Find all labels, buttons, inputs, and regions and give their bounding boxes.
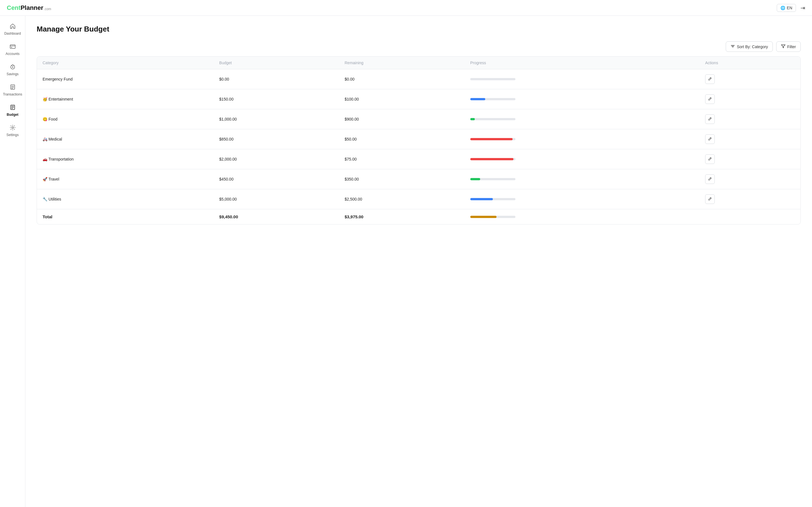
cell-category: 🚑 Medical bbox=[37, 129, 214, 149]
sidebar: Dashboard Accounts Savings bbox=[0, 16, 26, 507]
svg-point-5 bbox=[12, 127, 13, 128]
cell-budget: $5,000.00 bbox=[214, 189, 339, 209]
progress-bar-wrap bbox=[470, 98, 515, 100]
progress-bar-wrap bbox=[470, 78, 515, 80]
cell-budget: $0.00 bbox=[214, 69, 339, 89]
table-row: 😋 Food $1,000.00 $900.00 bbox=[37, 109, 801, 129]
cell-category: 🚗 Transportation bbox=[37, 149, 214, 169]
cell-category: 😋 Food bbox=[37, 109, 214, 129]
cell-budget: $2,000.00 bbox=[214, 149, 339, 169]
cell-remaining: $50.00 bbox=[339, 129, 465, 149]
edit-icon bbox=[708, 97, 712, 102]
cell-budget: $850.00 bbox=[214, 129, 339, 149]
table-row: 🚀 Travel $450.00 $350.00 bbox=[37, 169, 801, 189]
cell-progress bbox=[465, 189, 700, 209]
budget-table: Category Budget Remaining Progress Actio… bbox=[37, 56, 801, 224]
logo-planner: Planner bbox=[20, 4, 43, 11]
table-row: 🚗 Transportation $2,000.00 $75.00 bbox=[37, 149, 801, 169]
cell-total-actions bbox=[700, 209, 801, 224]
progress-bar-fill-total bbox=[470, 216, 497, 218]
cell-remaining: $900.00 bbox=[339, 109, 465, 129]
sidebar-item-accounts[interactable]: Accounts bbox=[1, 41, 24, 59]
edit-button[interactable] bbox=[705, 194, 715, 204]
progress-bar-wrap bbox=[470, 198, 515, 200]
col-header-budget: Budget bbox=[214, 57, 339, 69]
sidebar-label-transactions: Transactions bbox=[3, 93, 22, 96]
cell-actions bbox=[700, 129, 801, 149]
progress-bar-wrap-total bbox=[470, 216, 515, 218]
sidebar-label-budget: Budget bbox=[7, 113, 18, 117]
col-header-actions: Actions bbox=[700, 57, 801, 69]
budget-icon bbox=[10, 104, 16, 112]
edit-button[interactable] bbox=[705, 74, 715, 84]
cell-total-label: Total bbox=[37, 209, 214, 224]
cell-remaining: $75.00 bbox=[339, 149, 465, 169]
dashboard-icon bbox=[10, 23, 16, 31]
progress-bar-fill bbox=[470, 158, 514, 160]
progress-bar-fill bbox=[470, 138, 513, 140]
edit-icon bbox=[708, 177, 712, 182]
cell-total-remaining: $3,975.00 bbox=[339, 209, 465, 224]
sidebar-item-settings[interactable]: Settings bbox=[1, 122, 24, 140]
accounts-icon bbox=[10, 43, 16, 51]
sort-label: Sort By: Category bbox=[737, 45, 768, 49]
cell-category: 🔧 Utilities bbox=[37, 189, 214, 209]
cell-category: 🚀 Travel bbox=[37, 169, 214, 189]
cell-budget: $150.00 bbox=[214, 89, 339, 109]
svg-rect-0 bbox=[10, 45, 15, 48]
table-row: Emergency Fund $0.00 $0.00 bbox=[37, 69, 801, 89]
top-nav: CentPlanner.com 🌐 EN ⇥ bbox=[0, 0, 812, 16]
edit-icon bbox=[708, 197, 712, 202]
language-button[interactable]: 🌐 EN bbox=[777, 4, 796, 12]
sidebar-label-settings: Settings bbox=[6, 133, 18, 137]
sidebar-item-transactions[interactable]: Transactions bbox=[1, 81, 24, 99]
toolbar: Sort By: Category Filter bbox=[37, 41, 801, 52]
edit-button[interactable] bbox=[705, 114, 715, 124]
edit-button[interactable] bbox=[705, 94, 715, 104]
progress-bar-fill bbox=[470, 98, 485, 100]
cell-progress bbox=[465, 149, 700, 169]
table-row: 🥳 Entertainment $150.00 $100.00 bbox=[37, 89, 801, 109]
language-label: EN bbox=[787, 6, 792, 10]
cell-actions bbox=[700, 69, 801, 89]
sidebar-label-dashboard: Dashboard bbox=[4, 32, 21, 36]
edit-icon bbox=[708, 137, 712, 142]
cell-budget: $450.00 bbox=[214, 169, 339, 189]
progress-bar-fill bbox=[470, 118, 475, 120]
sidebar-item-savings[interactable]: Savings bbox=[1, 61, 24, 79]
cell-progress bbox=[465, 89, 700, 109]
sort-button[interactable]: Sort By: Category bbox=[726, 41, 773, 52]
cell-actions bbox=[700, 169, 801, 189]
sidebar-item-dashboard[interactable]: Dashboard bbox=[1, 20, 24, 38]
logo: CentPlanner.com bbox=[7, 4, 51, 11]
globe-icon: 🌐 bbox=[780, 6, 785, 10]
progress-bar-fill bbox=[470, 198, 493, 200]
cell-category: 🥳 Entertainment bbox=[37, 89, 214, 109]
table-row: 🔧 Utilities $5,000.00 $2,500.00 bbox=[37, 189, 801, 209]
settings-icon bbox=[10, 124, 16, 132]
col-header-remaining: Remaining bbox=[339, 57, 465, 69]
main-content: Manage Your Budget Sort By: Category Fil… bbox=[26, 16, 812, 507]
cell-progress bbox=[465, 129, 700, 149]
edit-button[interactable] bbox=[705, 174, 715, 184]
logout-button[interactable]: ⇥ bbox=[801, 4, 805, 11]
sidebar-item-budget[interactable]: Budget bbox=[1, 101, 24, 119]
edit-icon bbox=[708, 117, 712, 122]
edit-icon bbox=[708, 77, 712, 82]
transactions-icon bbox=[10, 84, 16, 91]
cell-remaining: $350.00 bbox=[339, 169, 465, 189]
filter-button[interactable]: Filter bbox=[776, 41, 801, 52]
cell-actions bbox=[700, 89, 801, 109]
edit-button[interactable] bbox=[705, 134, 715, 144]
main-layout: Dashboard Accounts Savings bbox=[0, 16, 812, 507]
filter-label: Filter bbox=[787, 45, 796, 49]
progress-bar-wrap bbox=[470, 118, 515, 120]
sort-icon bbox=[730, 44, 735, 49]
cell-actions bbox=[700, 189, 801, 209]
savings-icon bbox=[10, 64, 16, 71]
cell-remaining: $100.00 bbox=[339, 89, 465, 109]
page-title: Manage Your Budget bbox=[37, 25, 801, 34]
cell-remaining: $0.00 bbox=[339, 69, 465, 89]
progress-bar-wrap bbox=[470, 178, 515, 180]
edit-button[interactable] bbox=[705, 154, 715, 164]
